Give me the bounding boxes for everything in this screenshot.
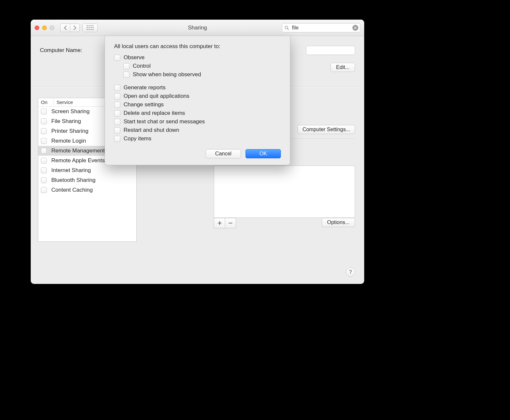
permission-checkbox[interactable] bbox=[114, 110, 120, 116]
permission-checkbox[interactable] bbox=[114, 85, 120, 91]
add-remove-controls bbox=[214, 218, 236, 228]
permission-option[interactable]: Delete and replace items bbox=[114, 110, 281, 116]
permission-label: Restart and shut down bbox=[124, 127, 179, 133]
titlebar: Sharing bbox=[31, 20, 364, 36]
service-row[interactable]: Content Caching bbox=[38, 185, 136, 195]
chevron-right-icon bbox=[73, 26, 76, 30]
service-name: Remote Management bbox=[51, 148, 105, 154]
chevron-left-icon bbox=[64, 26, 67, 30]
permission-label: Delete and replace items bbox=[124, 110, 185, 116]
service-name: Content Caching bbox=[51, 187, 93, 193]
permission-option[interactable]: Change settings bbox=[114, 101, 281, 108]
service-on-checkbox[interactable] bbox=[41, 118, 47, 124]
grid-icon bbox=[87, 25, 94, 30]
permission-option[interactable]: Show when being observed bbox=[123, 71, 281, 78]
window-minimize-button[interactable] bbox=[42, 26, 47, 30]
window-zoom-button[interactable] bbox=[50, 26, 54, 30]
service-name: File Sharing bbox=[51, 118, 81, 125]
service-row[interactable]: Bluetooth Sharing bbox=[38, 175, 136, 185]
remove-user-button[interactable] bbox=[225, 218, 236, 228]
window-close-button[interactable] bbox=[35, 26, 39, 30]
service-name: Remote Login bbox=[51, 138, 86, 144]
svg-line-1 bbox=[287, 28, 289, 30]
traffic-lights bbox=[35, 26, 54, 30]
service-name: Internet Sharing bbox=[51, 167, 91, 174]
plus-icon bbox=[217, 221, 222, 225]
search-field-container bbox=[282, 23, 360, 32]
users-list[interactable] bbox=[214, 166, 355, 218]
permission-label: Open and quit applications bbox=[124, 93, 189, 99]
sheet-options: ObserveControlShow when being observedGe… bbox=[114, 54, 281, 142]
permissions-sheet: All local users can access this computer… bbox=[105, 36, 290, 165]
service-on-checkbox[interactable] bbox=[41, 148, 47, 154]
permission-label: Change settings bbox=[124, 101, 164, 108]
permission-label: Start text chat or send messages bbox=[124, 118, 205, 125]
service-row[interactable]: Internet Sharing bbox=[38, 166, 136, 175]
permission-checkbox[interactable] bbox=[114, 102, 120, 108]
column-on-header[interactable]: On bbox=[38, 98, 54, 106]
search-input[interactable] bbox=[282, 23, 360, 32]
permission-label: Generate reports bbox=[124, 84, 166, 91]
service-on-checkbox[interactable] bbox=[41, 167, 47, 173]
service-on-checkbox[interactable] bbox=[41, 158, 47, 164]
permission-checkbox[interactable] bbox=[114, 119, 120, 125]
permission-checkbox[interactable] bbox=[114, 127, 120, 133]
service-on-checkbox[interactable] bbox=[41, 138, 47, 144]
sheet-title: All local users can access this computer… bbox=[114, 43, 281, 50]
service-on-checkbox[interactable] bbox=[41, 128, 47, 134]
service-on-checkbox[interactable] bbox=[41, 109, 47, 114]
forward-button[interactable] bbox=[70, 24, 80, 32]
history-nav bbox=[60, 24, 80, 32]
permission-label: Control bbox=[133, 63, 151, 69]
computer-settings-button[interactable]: Computer Settings... bbox=[298, 125, 355, 134]
permission-option[interactable]: Copy items bbox=[114, 135, 281, 142]
service-on-checkbox[interactable] bbox=[41, 187, 47, 193]
permission-label: Observe bbox=[124, 54, 144, 61]
separator bbox=[114, 80, 281, 82]
permission-label: Copy items bbox=[124, 135, 151, 142]
permission-checkbox[interactable] bbox=[123, 72, 129, 78]
permission-checkbox[interactable] bbox=[114, 55, 120, 61]
help-button[interactable]: ? bbox=[346, 268, 355, 277]
permission-option[interactable]: Observe bbox=[114, 54, 281, 61]
search-icon bbox=[284, 26, 289, 30]
options-button[interactable]: Options... bbox=[322, 218, 355, 227]
permission-label: Show when being observed bbox=[133, 71, 201, 78]
clear-search-button[interactable] bbox=[352, 25, 358, 31]
permission-option[interactable]: Control bbox=[123, 63, 281, 69]
cancel-button[interactable]: Cancel bbox=[206, 149, 241, 158]
edit-button[interactable]: Edit... bbox=[331, 63, 355, 72]
service-name: Printer Sharing bbox=[51, 128, 88, 134]
preferences-window: Sharing Computer Name: Edit... bbox=[31, 20, 364, 284]
computer-name-input[interactable] bbox=[306, 46, 355, 55]
show-all-button[interactable] bbox=[82, 24, 98, 32]
service-name: Screen Sharing bbox=[51, 108, 90, 115]
clear-icon bbox=[354, 26, 357, 29]
add-user-button[interactable] bbox=[214, 218, 225, 228]
permission-checkbox[interactable] bbox=[114, 93, 120, 99]
computer-name-label: Computer Name: bbox=[40, 47, 82, 54]
ok-button[interactable]: OK bbox=[246, 149, 281, 158]
back-button[interactable] bbox=[60, 24, 70, 32]
permission-option[interactable]: Open and quit applications bbox=[114, 93, 281, 99]
service-name: Remote Apple Events bbox=[51, 157, 105, 164]
permission-checkbox[interactable] bbox=[123, 63, 129, 69]
permission-option[interactable]: Start text chat or send messages bbox=[114, 118, 281, 125]
help-icon: ? bbox=[349, 269, 352, 275]
service-name: Bluetooth Sharing bbox=[51, 177, 95, 184]
permission-option[interactable]: Generate reports bbox=[114, 84, 281, 91]
minus-icon bbox=[228, 221, 233, 225]
permission-option[interactable]: Restart and shut down bbox=[114, 127, 281, 133]
service-on-checkbox[interactable] bbox=[41, 177, 47, 183]
permission-checkbox[interactable] bbox=[114, 136, 120, 142]
